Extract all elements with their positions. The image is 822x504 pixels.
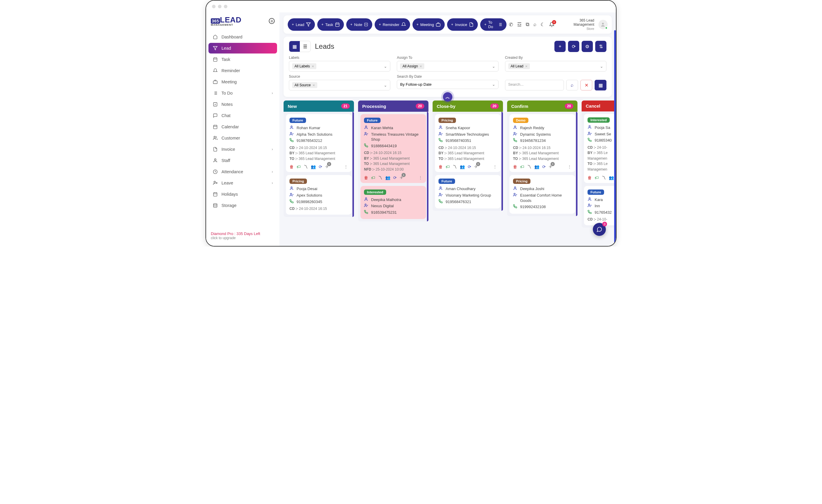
lead-phone-row: 919568740351	[438, 138, 497, 143]
tag-icon[interactable]: 🏷	[520, 164, 524, 169]
more-icon[interactable]: ⋮	[567, 164, 571, 169]
more-icon[interactable]: ⋮	[344, 164, 348, 169]
delete-icon[interactable]: 🗑	[290, 164, 294, 169]
add-note-pill[interactable]: +Note	[346, 18, 372, 31]
trend-icon[interactable]: 〽	[378, 175, 382, 180]
sort-button[interactable]: ⇅	[595, 41, 606, 52]
delete-icon[interactable]: 🗑	[587, 175, 592, 180]
collapse-panel-button[interactable]: ︽	[443, 92, 452, 102]
phone-icon[interactable]: ✆	[509, 22, 513, 28]
date-filter[interactable]: By Follow-up Date⌄	[397, 80, 498, 89]
search-button[interactable]: ⌕	[566, 80, 578, 90]
refresh-button[interactable]: ⟳	[568, 41, 579, 52]
lead-card[interactable]: PricingPooja DesaiApex Solutions91989826…	[286, 175, 352, 214]
sidebar-item-storage[interactable]: Storage	[209, 200, 277, 211]
clear-search-button[interactable]: ✕	[580, 80, 592, 90]
collapse-sidebar-icon[interactable]: ◎	[269, 18, 275, 24]
add-task-pill[interactable]: +Task	[317, 18, 344, 31]
delete-icon[interactable]: 🗑	[364, 175, 368, 180]
assign-icon[interactable]: 👥	[460, 164, 465, 169]
calendar-button[interactable]: ▦	[594, 80, 606, 90]
sidebar-item-reminder[interactable]: Reminder	[209, 65, 277, 76]
trend-icon[interactable]: 〽	[304, 164, 308, 169]
svg-point-19	[365, 132, 366, 134]
lead-card[interactable]: InterestedDeepika MalhotraNexus Digital9…	[360, 186, 426, 219]
search-icon[interactable]: ⌕	[533, 22, 536, 27]
search-input[interactable]: Search...	[505, 80, 564, 90]
sidebar-item-meeting[interactable]: Meeting	[209, 77, 277, 87]
send-icon[interactable]: ✈0	[325, 164, 329, 169]
svg-point-21	[365, 204, 366, 205]
sidebar-item-task[interactable]: Task	[209, 54, 277, 65]
add-lead-pill[interactable]: +Lead	[288, 18, 315, 31]
source-filter[interactable]: All Source✕⌄	[289, 80, 390, 90]
plan-banner[interactable]: Diamond Pro : 335 Days Left click to upg…	[206, 227, 280, 246]
sidebar-item-staff[interactable]: Staff	[209, 155, 277, 166]
notification-bell-icon[interactable]: 0	[549, 22, 554, 27]
refresh-icon[interactable]: ⟳	[393, 175, 397, 180]
tag-icon[interactable]: 🏷	[371, 175, 375, 180]
add-button[interactable]: +	[554, 41, 566, 52]
copy-icon[interactable]: ⧉	[526, 22, 529, 27]
check-icon	[213, 102, 218, 107]
refresh-icon[interactable]: ⟳	[468, 164, 471, 169]
sidebar-item-leave[interactable]: Leave›	[209, 178, 277, 188]
assign-filter[interactable]: All Assign✕⌄	[397, 61, 498, 71]
lead-card[interactable]: FutureKaran MehtaTimeless Treasures Vint…	[360, 114, 426, 183]
labels-filter[interactable]: All Labels✕⌄	[289, 61, 390, 71]
assign-icon[interactable]: 👥	[311, 164, 316, 169]
send-icon[interactable]: ✈1	[400, 175, 403, 180]
add-reminder-pill[interactable]: +Reminder	[375, 18, 410, 31]
sidebar-item-calendar[interactable]: Calendar	[209, 121, 277, 132]
assign-icon[interactable]: 👥	[534, 164, 539, 169]
trend-icon[interactable]: 〽	[527, 164, 531, 169]
sidebar-item-holidays[interactable]: Holidays	[209, 189, 277, 199]
sidebar-item-notes[interactable]: Notes	[209, 99, 277, 110]
tag-icon[interactable]: 🏷	[297, 164, 301, 169]
more-icon[interactable]: ⋮	[493, 164, 497, 169]
list-view-toggle[interactable]: ☰	[300, 41, 311, 52]
tag-icon[interactable]: 🏷	[446, 164, 450, 169]
sidebar-item-lead[interactable]: Lead	[209, 43, 277, 53]
more-icon[interactable]: ⋮	[418, 175, 423, 180]
lead-card[interactable]: PricingSneha KapoorSmartWave Technologie…	[435, 114, 501, 172]
tag-icon[interactable]: 🏷	[594, 175, 599, 180]
send-icon[interactable]: ✈0	[474, 164, 478, 169]
sidebar-item-invoice[interactable]: Invoice›	[209, 144, 277, 154]
sidebar-item-customer[interactable]: Customer	[209, 133, 277, 143]
scrollbar[interactable]	[614, 30, 616, 243]
person-icon	[587, 125, 592, 129]
delete-icon[interactable]: 🗑	[438, 164, 443, 169]
sidebar-item-dashboard[interactable]: Dashboard	[209, 32, 277, 42]
settings-button[interactable]: ⚙	[581, 41, 593, 52]
lead-card[interactable]: FutureRohan KumarAlpha Tech Solutions919…	[286, 114, 352, 172]
sidebar-item-to-do[interactable]: To Do›	[209, 88, 277, 98]
grid-view-toggle[interactable]: ▦	[289, 41, 300, 52]
assign-icon[interactable]: 👥	[609, 175, 614, 180]
add-to-do-pill[interactable]: +To Do	[480, 18, 506, 31]
refresh-icon[interactable]: ⟳	[542, 164, 546, 169]
lead-card[interactable]: InterestedPooja SaSweet Se91865340CD :- …	[584, 114, 616, 183]
lead-name-row: Sneha Kapoor	[438, 125, 497, 131]
sidebar-item-chat[interactable]: Chat	[209, 110, 277, 121]
delete-icon[interactable]: 🗑	[513, 164, 517, 169]
chat-fab[interactable]: 0	[593, 223, 606, 236]
created-filter[interactable]: All Lead✕⌄	[505, 61, 606, 71]
theme-icon[interactable]: ☾	[540, 22, 545, 28]
lead-card[interactable]: PricingDeepika JoshiEssential Comfort Ho…	[509, 175, 575, 213]
trend-icon[interactable]: 〽	[602, 175, 606, 180]
lead-card[interactable]: DemoRajesh ReddyDynamic Systems919456781…	[509, 114, 575, 172]
add-invoice-pill[interactable]: +Invoice	[447, 18, 478, 31]
add-meeting-pill[interactable]: +Meeting	[412, 18, 445, 31]
sidebar-item-attendance[interactable]: Attendance›	[209, 166, 277, 177]
assign-icon[interactable]: 👥	[385, 175, 390, 180]
bell-icon	[401, 22, 406, 27]
trend-icon[interactable]: 〽	[453, 164, 457, 169]
lead-card[interactable]: FutureAman ChoudharyVisionary Marketing …	[435, 175, 501, 208]
send-icon[interactable]: ✈0	[549, 164, 552, 169]
lead-card[interactable]: FutureKaraInn91765432CD :- 24-10-	[584, 186, 616, 225]
doc-icon	[469, 22, 474, 27]
tasks-icon[interactable]: ☲	[517, 22, 521, 28]
refresh-icon[interactable]: ⟳	[319, 164, 322, 169]
user-avatar[interactable]	[598, 20, 607, 29]
